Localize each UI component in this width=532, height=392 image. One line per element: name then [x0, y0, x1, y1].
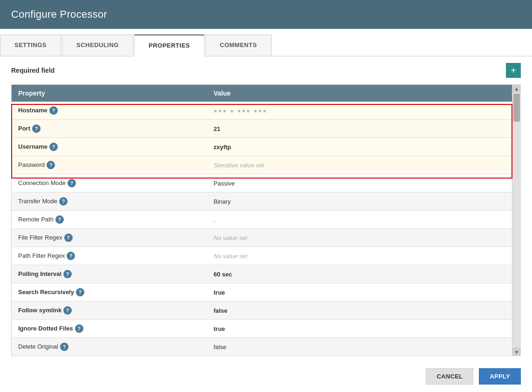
- help-icon-ignore-dotted-files[interactable]: ?: [75, 324, 83, 333]
- prop-value-delete-original[interactable]: false: [207, 338, 484, 356]
- help-icon-polling-interval[interactable]: ?: [63, 270, 72, 278]
- dialog-header: Configure Processor: [0, 0, 532, 29]
- scrollbar[interactable]: ▲ ▼: [512, 84, 521, 356]
- help-icon-follow-symlink[interactable]: ?: [63, 306, 72, 315]
- prop-value-path-filter-regex[interactable]: No value set: [207, 247, 484, 265]
- table-row-delete-original: Delete Original?false: [12, 338, 512, 356]
- prop-name-hostname: Hostname?: [12, 102, 207, 120]
- prop-name-port: Port?: [12, 120, 207, 138]
- prop-name-delete-original: Delete Original?: [12, 338, 207, 356]
- prop-value-transfer-mode[interactable]: Binary: [207, 193, 484, 211]
- help-icon-password[interactable]: ?: [47, 161, 55, 169]
- help-icon-remote-path[interactable]: ?: [55, 215, 64, 224]
- properties-table-wrapper: Property Value Hostname?●●● ● ●●● ●●●Por…: [11, 84, 521, 356]
- prop-name-remote-path: Remote Path?: [12, 211, 207, 229]
- prop-actions-username: [484, 138, 512, 156]
- prop-value-ignore-dotted-files[interactable]: true: [207, 320, 484, 338]
- prop-name-polling-interval: Polling Interval?: [12, 265, 207, 283]
- prop-name-file-filter-regex: File Filter Regex?: [12, 229, 207, 247]
- table-row-connection-mode: Connection Mode?Passive: [12, 174, 512, 193]
- prop-name-search-recursively: Search Recursively?: [12, 283, 207, 302]
- cancel-button[interactable]: CANCEL: [426, 368, 473, 385]
- table-row-username: Username?zxyftp: [12, 138, 512, 156]
- prop-value-password[interactable]: Sensitive value set: [207, 156, 484, 174]
- help-icon-connection-mode[interactable]: ?: [68, 179, 76, 187]
- table-row-file-filter-regex: File Filter Regex?No value set: [12, 229, 512, 247]
- properties-table: Property Value Hostname?●●● ● ●●● ●●●Por…: [11, 84, 512, 356]
- prop-value-search-recursively[interactable]: true: [207, 283, 484, 302]
- prop-actions-delete-original: [484, 338, 512, 356]
- help-icon-delete-original[interactable]: ?: [60, 343, 68, 351]
- help-icon-username[interactable]: ?: [49, 143, 58, 151]
- tab-scheduling[interactable]: SCHEDULING: [62, 34, 133, 56]
- required-field-label: Required field: [11, 67, 55, 74]
- prop-name-transfer-mode: Transfer Mode?: [12, 193, 207, 211]
- prop-actions-port: [484, 120, 512, 138]
- apply-button[interactable]: APPLY: [479, 368, 521, 385]
- help-icon-file-filter-regex[interactable]: ?: [64, 234, 73, 242]
- tab-settings[interactable]: SETTINGS: [0, 34, 61, 56]
- prop-actions-file-filter-regex: [484, 229, 512, 247]
- prop-actions-connection-mode: [484, 174, 512, 193]
- table-row-search-recursively: Search Recursively?true: [12, 283, 512, 302]
- dialog-title: Configure Processor: [11, 8, 107, 20]
- prop-name-follow-symlink: Follow symlink?: [12, 302, 207, 320]
- prop-value-follow-symlink[interactable]: false: [207, 302, 484, 320]
- table-row-follow-symlink: Follow symlink?false: [12, 302, 512, 320]
- prop-actions-transfer-mode: [484, 193, 512, 211]
- table-row-hostname: Hostname?●●● ● ●●● ●●●: [12, 102, 512, 120]
- prop-actions-polling-interval: [484, 265, 512, 283]
- scroll-up-arrow[interactable]: ▲: [512, 84, 521, 93]
- add-property-button[interactable]: +: [506, 63, 521, 78]
- table-row-remote-path: Remote Path?.: [12, 211, 512, 229]
- table-row-transfer-mode: Transfer Mode?Binary: [12, 193, 512, 211]
- prop-name-connection-mode: Connection Mode?: [12, 174, 207, 193]
- prop-actions-search-recursively: [484, 283, 512, 302]
- tab-comments[interactable]: COMMENTS: [205, 34, 272, 56]
- help-icon-search-recursively[interactable]: ?: [76, 288, 84, 296]
- dialog-footer: CANCEL APPLY: [0, 361, 532, 392]
- table-header-row: Property Value: [12, 85, 512, 102]
- prop-actions-path-filter-regex: [484, 247, 512, 265]
- prop-name-password: Password?: [12, 156, 207, 174]
- help-icon-port[interactable]: ?: [32, 124, 41, 133]
- required-field-bar: Required field +: [11, 56, 521, 84]
- prop-value-remote-path[interactable]: .: [207, 211, 484, 229]
- help-icon-transfer-mode[interactable]: ?: [59, 197, 68, 206]
- prop-name-path-filter-regex: Path Filter Regex?: [12, 247, 207, 265]
- content-area: Required field + Property Value: [0, 56, 532, 361]
- col-actions-header: [484, 85, 512, 102]
- prop-value-hostname[interactable]: ●●● ● ●●● ●●●: [207, 102, 484, 120]
- scrollbar-thumb[interactable]: [513, 94, 520, 122]
- prop-actions-ignore-dotted-files: [484, 320, 512, 338]
- prop-actions-follow-symlink: [484, 302, 512, 320]
- table-row-ignore-dotted-files: Ignore Dotted Files?true: [12, 320, 512, 338]
- prop-actions-remote-path: [484, 211, 512, 229]
- prop-actions-hostname: [484, 102, 512, 120]
- table-row-password: Password?Sensitive value set: [12, 156, 512, 174]
- help-icon-path-filter-regex[interactable]: ?: [67, 252, 75, 260]
- scroll-down-arrow[interactable]: ▼: [512, 348, 521, 356]
- table-row-polling-interval: Polling Interval?60 sec: [12, 265, 512, 283]
- col-property-header: Property: [12, 85, 207, 102]
- prop-value-username[interactable]: zxyftp: [207, 138, 484, 156]
- table-row-path-filter-regex: Path Filter Regex?No value set: [12, 247, 512, 265]
- prop-value-file-filter-regex[interactable]: No value set: [207, 229, 484, 247]
- prop-name-ignore-dotted-files: Ignore Dotted Files?: [12, 320, 207, 338]
- prop-name-username: Username?: [12, 138, 207, 156]
- prop-value-polling-interval[interactable]: 60 sec: [207, 265, 484, 283]
- tab-properties[interactable]: PROPERTIES: [134, 34, 205, 56]
- configure-processor-dialog: Configure Processor SETTINGS SCHEDULING …: [0, 0, 532, 392]
- prop-value-connection-mode[interactable]: Passive: [207, 174, 484, 193]
- prop-value-port[interactable]: 21: [207, 120, 484, 138]
- prop-actions-password: [484, 156, 512, 174]
- help-icon-hostname[interactable]: ?: [49, 106, 58, 115]
- properties-tbody: Hostname?●●● ● ●●● ●●●Port?21Username?zx…: [12, 102, 512, 356]
- tabs-container: SETTINGS SCHEDULING PROPERTIES COMMENTS: [0, 29, 532, 56]
- table-row-port: Port?21: [12, 120, 512, 138]
- col-value-header: Value: [207, 85, 484, 102]
